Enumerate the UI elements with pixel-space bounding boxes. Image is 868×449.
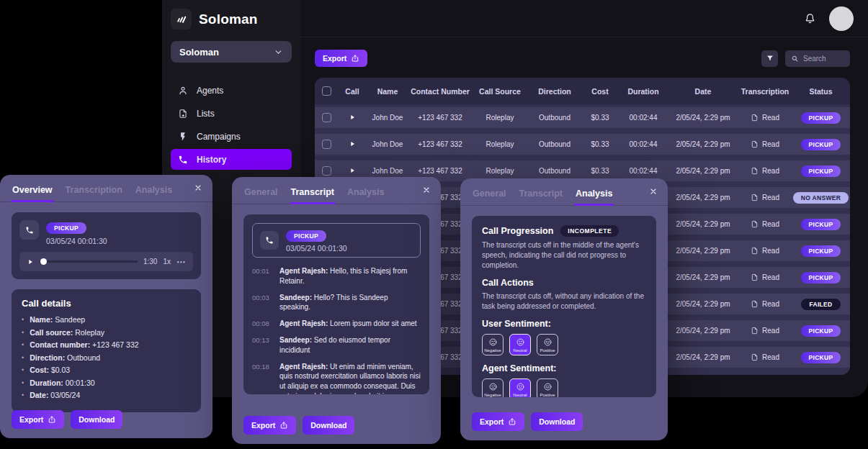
sidebar-item-label: Campaigns (197, 132, 241, 142)
share-icon (279, 421, 288, 430)
status-badge: PICKUP (46, 222, 86, 234)
sidebar-item-history[interactable]: History (171, 149, 292, 170)
audio-player: 1:30 1x ⋯ (19, 252, 193, 271)
export-button[interactable]: Export (243, 416, 296, 435)
incomplete-badge: INCOMPLETE (560, 225, 619, 237)
transcript-list: 00:01 Agent Rajesh: Hello, this is Rajes… (252, 266, 421, 394)
transcription-link[interactable]: Read (738, 273, 792, 281)
close-icon[interactable] (420, 183, 433, 196)
sentiment-label: Negative (484, 348, 501, 353)
transcription-link[interactable]: Read (738, 140, 792, 148)
status-badge[interactable]: PICKUP (801, 325, 841, 337)
call-details-list: • Name: Sandeep • Call source: Roleplay … (22, 315, 191, 400)
tab-analysis[interactable]: Analysis (576, 189, 612, 205)
share-icon (351, 54, 359, 63)
play-icon[interactable] (349, 167, 356, 174)
sidebar-item-lists[interactable]: Lists (171, 103, 292, 124)
document-icon (751, 273, 759, 281)
sentiment-option[interactable]: Negative (482, 378, 504, 397)
sentiment-label: Negative (484, 393, 501, 397)
select-all-checkbox[interactable] (322, 86, 331, 96)
column-header: Contact Number (408, 87, 472, 96)
play-icon[interactable] (27, 258, 34, 266)
transcript-line: 00:01 Agent Rajesh: Hello, this is Rajes… (252, 266, 421, 286)
transcription-link[interactable]: Read (738, 220, 792, 228)
tab-overview[interactable]: Overview (12, 185, 53, 201)
cell-direction: Outbound (528, 140, 581, 148)
sentiment-option[interactable]: Positive (537, 378, 558, 397)
sentiment-option[interactable]: Negative (482, 334, 504, 355)
user-sentiment-title: User Sentiment: (482, 319, 646, 329)
export-button[interactable]: Export (472, 412, 524, 431)
export-button[interactable]: Export (315, 50, 367, 67)
status-badge[interactable]: PICKUP (801, 219, 841, 230)
column-header: Status (792, 87, 850, 96)
row-checkbox[interactable] (322, 140, 331, 149)
export-button-label: Export (323, 54, 346, 63)
close-icon[interactable] (647, 185, 660, 198)
tab-analysis[interactable]: Analysis (135, 185, 172, 201)
audio-duration: 1:30 (143, 258, 157, 266)
seek-slider[interactable] (40, 258, 138, 265)
app-title: Soloman (199, 12, 258, 27)
more-options-icon[interactable]: ⋯ (176, 257, 186, 267)
table-row[interactable]: John Doe +123 467 332 Roleplay Outbound … (315, 107, 850, 128)
transcription-link[interactable]: Read (738, 167, 792, 175)
row-checkbox[interactable] (322, 113, 331, 122)
call-details-title: Call details (22, 298, 191, 309)
transcription-link[interactable]: Read (738, 114, 792, 122)
filter-button[interactable] (761, 50, 778, 67)
transcription-link[interactable]: Read (738, 327, 792, 335)
tab-transcript[interactable]: Transcript (519, 189, 563, 205)
download-button-label: Download (79, 415, 115, 424)
status-badge[interactable]: PICKUP (801, 139, 841, 150)
search-input[interactable] (803, 55, 844, 63)
sidebar-item-campaigns[interactable]: Campaigns (171, 126, 292, 147)
tab-analysis[interactable]: Analysis (347, 187, 384, 204)
status-badge[interactable]: FAILED (801, 299, 840, 310)
playback-speed[interactable]: 1x (163, 258, 171, 266)
transcript-line: 00:13 Sandeep: Sed do eiusmod tempor inc… (252, 335, 421, 355)
transcription-link[interactable]: Read (738, 353, 792, 361)
tab-general[interactable]: General (473, 189, 506, 205)
status-badge[interactable]: PICKUP (801, 245, 841, 257)
transcription-link[interactable]: Read (738, 247, 792, 255)
sidebar-item-agents[interactable]: Agents (171, 80, 292, 101)
document-icon (751, 300, 759, 308)
column-header: Transcription (738, 87, 792, 96)
transcription-link[interactable]: Read (738, 194, 792, 201)
status-badge[interactable]: PICKUP (801, 272, 841, 284)
download-button[interactable]: Download (531, 412, 583, 431)
sidebar-item-label: History (197, 155, 226, 165)
transcription-label: Read (762, 273, 779, 281)
download-button[interactable]: Download (303, 416, 354, 435)
overview-modal-tabs: Overview Transcription Analysis (0, 175, 212, 202)
status-badge[interactable]: PICKUP (801, 165, 841, 177)
transcription-label: Read (762, 247, 779, 255)
search-box (785, 50, 850, 67)
row-checkbox[interactable] (322, 166, 331, 176)
cell-source: Roleplay (472, 140, 528, 148)
tab-transcript[interactable]: Transcript (291, 187, 334, 204)
transcription-link[interactable]: Read (738, 300, 792, 308)
status-badge[interactable]: NO ANSWER (793, 192, 849, 204)
play-icon[interactable] (349, 140, 356, 148)
tab-general[interactable]: General (244, 187, 278, 204)
bell-icon[interactable] (804, 12, 816, 24)
sentiment-option[interactable]: Neutral (509, 378, 531, 397)
transcript-line: 00:03 Sandeep: Hello? This is Sandeep sp… (252, 293, 421, 313)
table-row[interactable]: John Doe +123 467 332 Roleplay Outbound … (315, 134, 850, 155)
close-icon[interactable] (192, 181, 205, 194)
status-badge[interactable]: PICKUP (801, 352, 841, 363)
export-button[interactable]: Export (12, 410, 64, 429)
download-button[interactable]: Download (71, 410, 122, 429)
avatar[interactable] (829, 6, 854, 31)
tab-transcription[interactable]: Transcription (66, 185, 122, 201)
sentiment-option[interactable]: Positive (537, 334, 558, 355)
slider-knob[interactable] (40, 258, 47, 265)
call-detail-item: • Call source: Roleplay (22, 328, 191, 337)
workspace-selector[interactable]: Soloman (171, 41, 292, 63)
play-icon[interactable] (349, 114, 356, 121)
status-badge[interactable]: PICKUP (801, 112, 841, 124)
sentiment-option[interactable]: Neutral (509, 334, 531, 355)
